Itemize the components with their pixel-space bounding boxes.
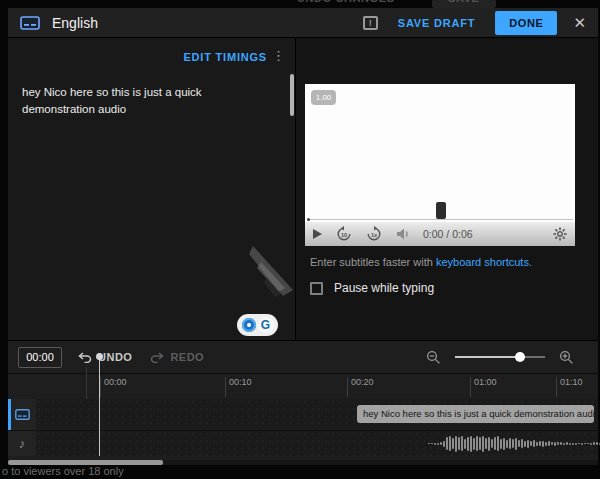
timeline-scrollbar-thumb[interactable] xyxy=(8,460,163,465)
audio-track-header[interactable]: ♪ xyxy=(8,431,36,456)
panel-scrollbar[interactable] xyxy=(290,74,294,116)
feedback-icon[interactable]: ! xyxy=(363,16,378,30)
extension-g-icon: G xyxy=(258,317,274,333)
play-icon[interactable] xyxy=(313,229,322,239)
pause-while-typing-label: Pause while typing xyxy=(334,281,434,295)
redo-label: REDO xyxy=(170,351,204,363)
pause-while-typing-row: Pause while typing xyxy=(310,281,434,295)
shortcuts-hint: Enter subtitles faster with keyboard sho… xyxy=(310,256,532,268)
zoom-slider-thumb[interactable] xyxy=(515,352,525,362)
pause-while-typing-checkbox[interactable] xyxy=(310,282,323,295)
dialog-title: English xyxy=(52,15,98,31)
timeline-scrollbar[interactable] xyxy=(8,460,598,465)
close-icon[interactable]: ✕ xyxy=(573,15,586,30)
ruler-tick-label: 00:00 xyxy=(104,377,127,387)
video-seekbar[interactable] xyxy=(307,219,573,220)
subtitle-text-field[interactable]: hey Nico here so this is just a quick de… xyxy=(22,84,273,119)
timeline-zoom-slider[interactable] xyxy=(455,352,545,362)
undo-icon xyxy=(78,352,92,363)
ruler-tick-label: 01:00 xyxy=(474,377,497,387)
keyboard-shortcuts-link[interactable]: keyboard shortcuts. xyxy=(436,256,532,268)
hint-text: Enter subtitles faster with xyxy=(310,256,436,268)
ruler-tick-label: 00:10 xyxy=(229,377,252,387)
background-page-top: UNDO CHANGES SAVE xyxy=(0,0,600,8)
redo-button[interactable]: REDO xyxy=(150,351,204,363)
background-save-button: SAVE xyxy=(432,0,496,8)
subtitle-track-lane[interactable]: hey Nico here so this is just a quick de… xyxy=(36,399,598,430)
video-preview-panel: 1.00 10 xyxy=(296,38,598,340)
undo-label: UNDO xyxy=(98,351,132,363)
subtitle-text-panel: EDIT TIMINGS ⋮ hey Nico here so this is … xyxy=(8,38,296,340)
timeline-ruler[interactable]: 00:00 00:10 00:20 01:00 01:10 xyxy=(8,373,598,399)
settings-gear-icon[interactable] xyxy=(553,227,567,241)
zoom-in-icon[interactable] xyxy=(559,350,574,365)
subtitle-track-row: hey Nico here so this is just a quick de… xyxy=(8,399,598,431)
time-display: 0:00 / 0:06 xyxy=(423,228,473,240)
music-note-icon: ♪ xyxy=(19,436,26,451)
rewind-10-icon[interactable]: 10 xyxy=(336,226,352,242)
subtitle-editor-dialog: English ! SAVE DRAFT DONE ✕ EDIT TIMINGS… xyxy=(8,8,598,465)
playhead-line xyxy=(99,357,100,456)
seekbar-position-dot xyxy=(307,218,310,221)
player-controls: 10 1x xyxy=(305,222,575,246)
ruler-tick-label: 01:10 xyxy=(560,377,583,387)
subtitle-clip[interactable]: hey Nico here so this is just a quick de… xyxy=(357,405,594,423)
kebab-menu-icon[interactable]: ⋮ xyxy=(272,49,285,62)
timeline-tracks: hey Nico here so this is just a quick de… xyxy=(8,399,598,456)
caption-track-icon xyxy=(15,409,30,420)
playback-rate-icon[interactable]: 1x xyxy=(366,226,382,242)
timeline-section: 00:00 UNDO REDO xyxy=(8,340,598,465)
waveform xyxy=(428,431,596,456)
video-frame[interactable]: 1.00 10 xyxy=(305,84,575,246)
video-cursor-marker xyxy=(436,202,446,219)
dialog-header: English ! SAVE DRAFT DONE ✕ xyxy=(8,8,598,38)
extension-dot-icon xyxy=(242,318,256,332)
active-track-indicator xyxy=(8,399,11,430)
audio-track-lane[interactable] xyxy=(36,431,598,456)
svg-text:1x: 1x xyxy=(371,232,378,238)
timecode-input[interactable]: 00:00 xyxy=(18,347,62,368)
volume-icon[interactable] xyxy=(396,227,411,241)
captions-icon xyxy=(20,16,40,30)
edit-timings-button[interactable]: EDIT TIMINGS xyxy=(183,51,267,63)
browser-extension-widget[interactable]: G xyxy=(237,314,278,336)
playback-speed-badge: 1.00 xyxy=(311,90,336,105)
done-button[interactable]: DONE xyxy=(495,11,557,35)
redo-icon xyxy=(150,352,164,363)
pencil-cursor-artifact xyxy=(237,244,295,308)
audio-track-row: ♪ xyxy=(8,431,598,456)
svg-text:10: 10 xyxy=(341,232,347,238)
zoom-out-icon[interactable] xyxy=(426,350,441,365)
save-draft-button[interactable]: SAVE DRAFT xyxy=(398,17,475,29)
background-undo-changes-button: UNDO CHANGES xyxy=(297,0,395,4)
undo-button[interactable]: UNDO xyxy=(78,351,132,363)
subtitle-track-header[interactable] xyxy=(8,399,36,430)
background-restriction-text: o to viewers over 18 only xyxy=(2,465,124,477)
ruler-tick-label: 00:20 xyxy=(351,377,374,387)
